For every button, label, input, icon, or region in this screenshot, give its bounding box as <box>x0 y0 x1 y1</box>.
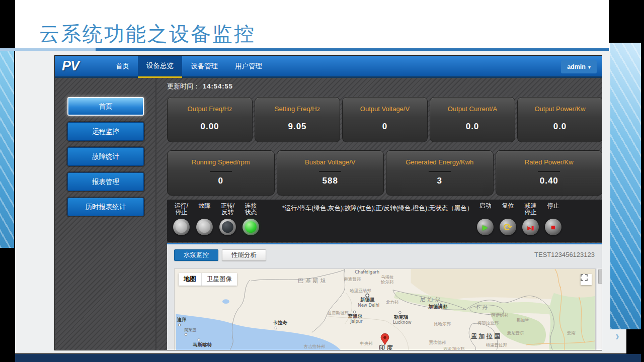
control-label: 停止 <box>543 203 564 216</box>
metric-cards-row2: Running Speed/rpm0 Busbar Voltage/V588 G… <box>167 150 602 196</box>
map-type-controls: 地图 卫星图像 <box>179 273 237 286</box>
lower-panel: 水泵监控 性能分析 TEST123456123123 <box>167 244 602 350</box>
stop-button[interactable]: 停止 <box>543 203 564 235</box>
fullscreen-button[interactable] <box>581 274 592 285</box>
sidebar-item-fault-statistics[interactable]: 故障统计 <box>67 147 144 166</box>
svg-text:尼泊尔: 尼泊尔 <box>420 296 443 303</box>
stop-button-circle[interactable] <box>545 219 561 235</box>
svg-text:Jaipur: Jaipur <box>350 319 363 324</box>
metric-value: 0.40 <box>496 176 603 186</box>
fwd-rev-lamp-icon <box>219 219 236 235</box>
svg-text:加德满都: 加德满都 <box>428 304 447 309</box>
reset-icon <box>504 222 512 232</box>
run-stop-lamp-icon <box>173 219 190 235</box>
svg-text:不丹: 不丹 <box>475 304 490 311</box>
svg-text:梅加拉亚邦: 梅加拉亚邦 <box>477 320 499 325</box>
metric-label: Output Power/Kw <box>518 105 602 113</box>
metric-label: Output Voltage/V <box>343 105 427 113</box>
indicator-fwd-rev: 正转/反转 <box>217 203 238 235</box>
indicator-label: 故障 <box>194 203 215 216</box>
metric-value: 9.05 <box>255 122 340 132</box>
reset-button[interactable]: 复位 <box>498 203 518 235</box>
metric-cards-row1: Output Freq/Hz0.00 Setting Freq/Hz9.05 O… <box>167 97 602 142</box>
svg-text:迪拜: 迪拜 <box>177 317 187 322</box>
metric-card: Output Freq/Hz0.00 <box>167 97 253 142</box>
tab-pump-monitoring[interactable]: 水泵监控 <box>174 249 218 261</box>
sidebar-item-remote-monitoring[interactable]: 远程监控 <box>67 122 144 141</box>
nav-item-user-management[interactable]: 用户管理 <box>226 56 271 78</box>
title-underline-light <box>0 48 96 51</box>
sidebar-item-historical-report-statistics[interactable]: 历时报表统计 <box>67 198 144 216</box>
indicator-connection: 连接状态 <box>240 203 261 235</box>
divider <box>429 171 451 172</box>
svg-text:中央邦: 中央邦 <box>360 341 372 346</box>
svg-text:Lucknow: Lucknow <box>393 320 412 325</box>
indicator-label: 正转/反转 <box>217 203 238 216</box>
fullscreen-icon <box>581 274 588 281</box>
decorative-photo-strip-right <box>610 43 641 329</box>
svg-text:北方邦: 北方邦 <box>386 300 398 305</box>
decelerate-stop-button[interactable]: 减速停止 <box>520 203 541 235</box>
svg-text:Chandigarh: Chandigarh <box>355 269 379 275</box>
sidebar-item-report-management[interactable]: 报表管理 <box>67 172 144 191</box>
status-strip: 运行/停止 故障 正转/反转 连接状态 *运行/停车(绿色,灰色);故障(红色)… <box>167 200 602 242</box>
svg-text:New Delhi: New Delhi <box>358 303 379 308</box>
svg-text:西孟加拉邦: 西孟加拉邦 <box>443 346 464 350</box>
svg-text:马斯喀特: 马斯喀特 <box>192 342 212 347</box>
map-view[interactable]: 巴基斯坦Chandigarh旁遮普邦乌塔拉恰尔邦哈里亚纳邦新德里New Delh… <box>174 268 596 350</box>
scrollbar-thumb[interactable] <box>598 269 602 284</box>
metric-label: Running Speed/rpm <box>168 158 274 166</box>
metric-label: Rated Power/Kw <box>496 158 603 166</box>
update-time: 更新时间：14:54:55 <box>167 82 233 91</box>
corner-patch <box>609 0 644 43</box>
svg-text:勒克瑙: 勒克瑙 <box>393 314 409 320</box>
title-underline-dark <box>96 48 609 51</box>
admin-dropdown[interactable]: admin▾ <box>561 60 597 73</box>
svg-text:贾坎德邦: 贾坎德邦 <box>429 340 446 345</box>
svg-text:印度: 印度 <box>379 344 394 350</box>
metric-card: Busbar Voltage/V588 <box>277 150 384 196</box>
start-button[interactable]: 启动 <box>475 203 496 235</box>
svg-text:斋浦尔: 斋浦尔 <box>347 313 362 319</box>
svg-text:孟加拉国: 孟加拉国 <box>470 332 502 340</box>
metric-value: 0 <box>343 122 427 132</box>
nav-item-home[interactable]: 首页 <box>107 56 138 78</box>
metric-label: Setting Freq/Hz <box>255 105 340 113</box>
indicator-lamps: 运行/停止 故障 正转/反转 连接状态 <box>171 203 261 235</box>
stop-icon <box>551 223 555 231</box>
indicator-label: 连接状态 <box>240 203 261 216</box>
sidebar: 首页 远程监控 故障统计 报表管理 历时报表统计 <box>55 78 156 350</box>
nav-item-device-management[interactable]: 设备管理 <box>182 56 226 78</box>
reset-button-circle[interactable] <box>500 219 516 235</box>
svg-text:曼尼普尔: 曼尼普尔 <box>507 330 524 335</box>
panel-scrollbar[interactable] <box>597 268 602 350</box>
chevron-right-icon[interactable] <box>611 329 624 344</box>
nav-item-device-overview[interactable]: 设备总览 <box>138 56 182 78</box>
sidebar-item-home[interactable]: 首页 <box>67 97 144 116</box>
caret-down-icon: ▾ <box>588 64 591 70</box>
indicator-fault: 故障 <box>194 203 215 235</box>
svg-text:那加兰: 那加兰 <box>516 318 529 323</box>
metric-label: Generated Energy/Kwh <box>386 158 493 166</box>
decelerate-stop-button-circle[interactable] <box>522 219 539 235</box>
svg-text:旁遮普邦: 旁遮普邦 <box>344 277 361 282</box>
map-type-map-button[interactable]: 地图 <box>179 273 201 286</box>
nav-menu: 首页 设备总览 设备管理 用户管理 <box>107 56 271 78</box>
admin-username: admin <box>567 63 586 70</box>
svg-text:新德里: 新德里 <box>360 297 375 302</box>
page-title: 云系统功能之设备监控 <box>39 20 256 48</box>
top-navbar: PV 首页 设备总览 设备管理 用户管理 admin▾ <box>55 56 602 78</box>
tab-performance-analysis[interactable]: 性能分析 <box>222 249 266 261</box>
start-button-circle[interactable] <box>477 219 494 235</box>
svg-text:云南: 云南 <box>567 330 576 335</box>
tab-bar: 水泵监控 性能分析 <box>174 249 266 261</box>
metric-card: Output Current/A0.0 <box>430 97 515 142</box>
indicator-run-stop: 运行/停止 <box>171 203 192 235</box>
svg-text:拉贾斯坦邦: 拉贾斯坦邦 <box>327 310 349 315</box>
map-canvas: 巴基斯坦Chandigarh旁遮普邦乌塔拉恰尔邦哈里亚纳邦新德里New Delh… <box>175 269 596 350</box>
map-type-satellite-button[interactable]: 卫星图像 <box>201 273 237 286</box>
monitoring-dashboard: PV 首页 设备总览 设备管理 用户管理 admin▾ 首页 远程监控 故障统计… <box>54 55 602 350</box>
svg-text:巴基斯坦: 巴基斯坦 <box>298 278 328 284</box>
divider <box>319 171 341 172</box>
device-id: TEST123456123123 <box>534 251 595 258</box>
